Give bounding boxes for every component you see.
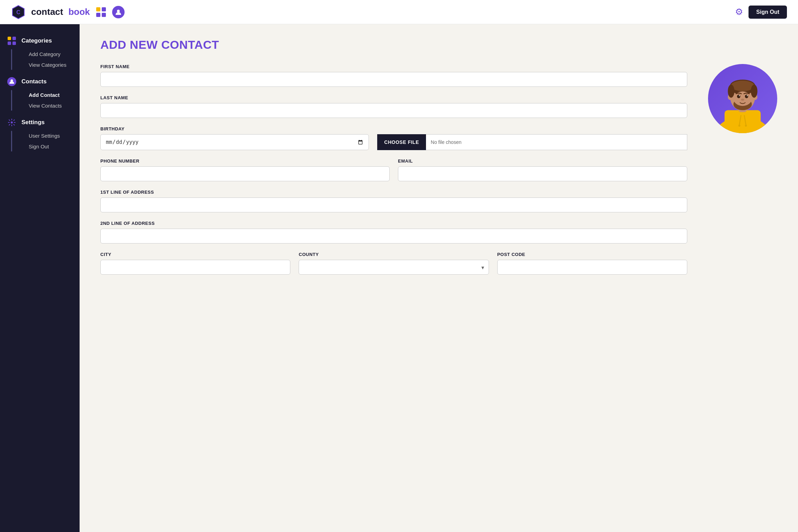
email-label: EMAIL — [398, 158, 687, 164]
birthday-label: BIRTHDAY — [100, 126, 687, 131]
sidebar: Categories Add Category View Categories — [0, 24, 80, 532]
contacts-sub-items: Add Contact View Contacts — [29, 90, 62, 111]
postcode-row: POST CODE — [497, 252, 687, 275]
last-name-row: LAST NAME — [100, 95, 687, 118]
svg-point-30 — [739, 95, 740, 96]
phone-label: PHONE NUMBER — [100, 158, 390, 164]
sidebar-settings-header[interactable]: Settings — [0, 114, 80, 131]
svg-point-31 — [747, 95, 748, 96]
city-county-postcode-row: CITY COUNTY POST CODE — [100, 252, 687, 275]
svg-rect-10 — [12, 42, 16, 45]
sidebar-item-view-categories[interactable]: View Categories — [29, 60, 66, 70]
address1-row: 1ST LINE OF ADDRESS — [100, 190, 687, 212]
svg-rect-7 — [8, 37, 11, 40]
svg-rect-9 — [8, 42, 11, 45]
birthday-row: BIRTHDAY CHOOSE FILE No file chosen — [100, 126, 687, 150]
address2-row: 2ND LINE OF ADDRESS — [100, 221, 687, 244]
svg-point-32 — [741, 99, 744, 101]
sidebar-bar-contacts — [11, 90, 12, 111]
svg-text:C: C — [16, 9, 20, 15]
user-icon-header[interactable] — [112, 6, 125, 18]
avatar-person-illustration — [710, 67, 776, 133]
county-select[interactable] — [299, 260, 489, 275]
form-and-avatar: FIRST NAME LAST NAME BIRTHDAY CHOOSE FIL… — [100, 64, 777, 283]
page-title: ADD NEW CONTACT — [100, 38, 777, 52]
svg-point-34 — [751, 84, 758, 98]
header-left: C contact book — [11, 5, 125, 19]
first-name-label: FIRST NAME — [100, 64, 687, 69]
categories-icon — [7, 36, 17, 46]
sidebar-bar-categories — [11, 49, 12, 70]
contacts-label: Contacts — [21, 78, 47, 85]
sidebar-item-sign-out[interactable]: Sign Out — [29, 141, 60, 152]
settings-sub-items: User Settings Sign Out — [29, 131, 60, 152]
header-right: ⚙ Sign Out — [735, 6, 787, 19]
categories-sub-items: Add Category View Categories — [29, 49, 66, 70]
phone-row: PHONE NUMBER — [100, 158, 390, 181]
contacts-icon — [7, 77, 17, 86]
email-input[interactable] — [398, 166, 687, 181]
gear-icon-header[interactable]: ⚙ — [735, 7, 743, 17]
birthday-input[interactable] — [100, 134, 369, 150]
svg-rect-2 — [96, 7, 100, 11]
address1-label: 1ST LINE OF ADDRESS — [100, 190, 687, 195]
phone-input[interactable] — [100, 166, 390, 181]
svg-point-23 — [731, 81, 754, 91]
avatar-section — [708, 64, 777, 133]
sidebar-item-add-contact[interactable]: Add Contact — [29, 90, 62, 100]
file-chosen-text: No file chosen — [426, 134, 687, 150]
address1-input[interactable] — [100, 198, 687, 212]
postcode-label: POST CODE — [497, 252, 687, 257]
svg-rect-8 — [12, 37, 16, 40]
svg-point-12 — [11, 121, 13, 123]
last-name-label: LAST NAME — [100, 95, 687, 100]
svg-rect-4 — [96, 13, 100, 17]
svg-point-17 — [738, 125, 741, 127]
sidebar-item-add-category[interactable]: Add Category — [29, 49, 66, 59]
svg-point-18 — [745, 125, 747, 127]
svg-point-33 — [728, 84, 734, 98]
file-upload-area: CHOOSE FILE No file chosen — [377, 134, 687, 150]
county-select-wrapper — [299, 260, 489, 275]
sidebar-bar-settings — [11, 131, 12, 152]
svg-point-6 — [117, 10, 120, 12]
sidebar-contacts-section: Contacts Add Contact View Contacts — [0, 73, 80, 111]
svg-point-28 — [737, 94, 741, 98]
city-row: CITY — [100, 252, 290, 275]
avatar-container — [708, 64, 777, 133]
categories-label: Categories — [21, 37, 52, 44]
first-name-input[interactable] — [100, 72, 687, 87]
logo-text: contact book — [31, 7, 90, 17]
form-section: FIRST NAME LAST NAME BIRTHDAY CHOOSE FIL… — [100, 64, 687, 283]
address2-input[interactable] — [100, 229, 687, 244]
city-input[interactable] — [100, 260, 290, 275]
sidebar-categories-header[interactable]: Categories — [0, 33, 80, 49]
choose-file-button[interactable]: CHOOSE FILE — [377, 134, 426, 150]
logo-contact: contact — [31, 7, 63, 17]
settings-icon — [7, 118, 17, 127]
grid-icon[interactable] — [96, 7, 107, 18]
phone-email-row: PHONE NUMBER EMAIL — [100, 158, 687, 181]
email-row: EMAIL — [398, 158, 687, 181]
svg-rect-14 — [725, 110, 761, 134]
settings-label: Settings — [21, 119, 45, 126]
postcode-input[interactable] — [497, 260, 687, 275]
county-row: COUNTY — [299, 252, 489, 275]
app-layout: Categories Add Category View Categories — [0, 24, 798, 532]
svg-point-29 — [745, 94, 749, 98]
sign-out-button[interactable]: Sign Out — [749, 6, 787, 19]
app-header: C contact book ⚙ Sign Out — [0, 0, 798, 24]
city-label: CITY — [100, 252, 290, 257]
address2-label: 2ND LINE OF ADDRESS — [100, 221, 687, 226]
logo-book: book — [69, 7, 90, 17]
main-content: ADD NEW CONTACT FIRST NAME LAST NAME BIR… — [80, 24, 798, 532]
logo-icon: C — [11, 5, 26, 19]
svg-rect-3 — [102, 7, 106, 11]
sidebar-item-view-contacts[interactable]: View Contacts — [29, 101, 62, 111]
sidebar-contacts-header[interactable]: Contacts — [0, 73, 80, 90]
last-name-input[interactable] — [100, 103, 687, 118]
sidebar-item-user-settings[interactable]: User Settings — [29, 131, 60, 141]
svg-rect-5 — [102, 13, 106, 17]
sidebar-categories-section: Categories Add Category View Categories — [0, 33, 80, 70]
sidebar-settings-section: Settings User Settings Sign Out — [0, 114, 80, 152]
